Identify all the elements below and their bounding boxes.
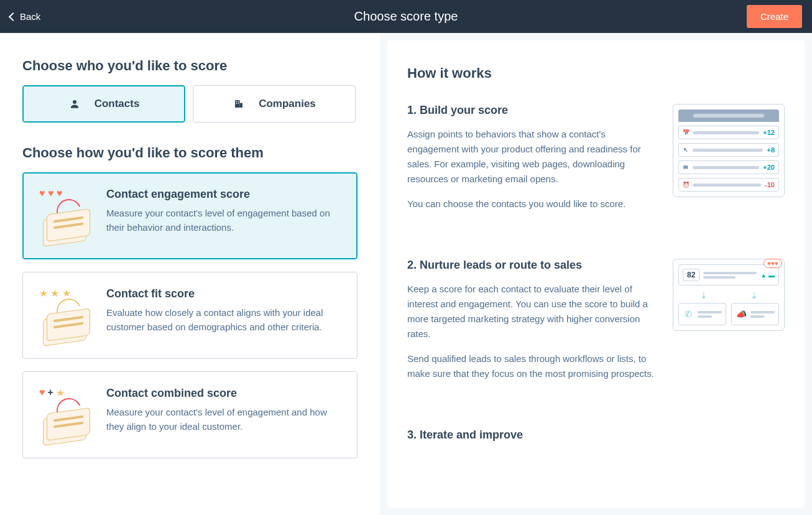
- score-value: -10: [764, 181, 776, 188]
- up-caret-icon: ▲ ▬: [760, 272, 775, 279]
- svg-rect-2: [240, 103, 243, 108]
- calendar-icon: 📅: [681, 128, 690, 137]
- card-illustration-fit: ★ ★ ★: [37, 287, 93, 343]
- chevron-left-icon: [9, 12, 17, 21]
- phone-icon: ✆: [683, 309, 694, 320]
- tab-contacts[interactable]: Contacts: [22, 85, 185, 123]
- how-it-works-heading: How it works: [407, 65, 785, 81]
- mail-icon: ✉: [681, 163, 690, 172]
- cursor-icon: ↖: [681, 146, 690, 154]
- clock-icon: ⏰: [681, 180, 690, 189]
- hearts-icon: ♥ ♥ ♥: [39, 188, 62, 199]
- tab-label: Contacts: [95, 98, 140, 110]
- option-engagement-score[interactable]: ♥ ♥ ♥ Contact engagement score Measure y…: [22, 172, 358, 259]
- step-title: 3. Iterate and improve: [407, 429, 785, 442]
- step-title: 2. Nurture leads or route to sales: [407, 259, 654, 272]
- create-button[interactable]: Create: [747, 5, 802, 28]
- arrow-down-icon: ⇣: [750, 290, 758, 300]
- card-illustration-engagement: ♥ ♥ ♥: [37, 188, 93, 244]
- step-paragraph: Keep a score for each contact to evaluat…: [407, 282, 654, 341]
- how-heading: Choose how you'd like to score them: [22, 145, 358, 161]
- step-nurture-route: 2. Nurture leads or route to sales Keep …: [407, 259, 785, 391]
- stars-icon: ★ ★ ★: [39, 287, 71, 299]
- right-panel: How it works 1. Build your score Assign …: [387, 40, 805, 508]
- option-title: Contact engagement score: [106, 188, 343, 201]
- hearts-badge-icon: ♥♥♥: [764, 259, 782, 268]
- option-fit-score[interactable]: ★ ★ ★ Contact fit score Evaluate how clo…: [22, 272, 358, 359]
- step2-illustration: ♥♥♥ 82 ▲ ▬ ⇣ ⇣ ✆: [673, 259, 785, 391]
- tab-companies[interactable]: Companies: [193, 85, 356, 123]
- step-paragraph: Send qualified leads to sales through wo…: [407, 351, 654, 381]
- step1-illustration: 📅+12 ↖+8 ✉+20 ⏰-10: [673, 104, 785, 221]
- option-title: Contact combined score: [106, 387, 343, 400]
- person-icon: [68, 98, 81, 110]
- back-label: Back: [20, 11, 40, 22]
- svg-rect-6: [238, 103, 239, 104]
- score-badge: 82: [683, 269, 699, 281]
- svg-point-0: [73, 100, 76, 104]
- building-icon: [233, 98, 245, 110]
- option-desc: Evaluate how closely a contact aligns wi…: [106, 305, 343, 335]
- score-value: +8: [765, 146, 776, 154]
- option-desc: Measure your contact's level of engageme…: [106, 206, 343, 235]
- arrow-down-icon: ⇣: [700, 290, 708, 300]
- back-button[interactable]: Back: [10, 11, 40, 22]
- entity-tabs: Contacts Companies: [22, 85, 358, 123]
- who-heading: Choose who you'd like to score: [22, 58, 358, 74]
- step-title: 1. Build your score: [407, 104, 654, 117]
- svg-rect-4: [238, 101, 239, 103]
- page-title: Choose score type: [354, 9, 458, 24]
- step-paragraph: You can choose the contacts you would li…: [407, 197, 654, 211]
- svg-rect-3: [236, 101, 238, 103]
- card-illustration-combined: ♥ + ★: [37, 387, 93, 443]
- step-paragraph: Assign points to behaviors that show a c…: [407, 127, 654, 187]
- megaphone-icon: 📣: [736, 309, 747, 320]
- svg-rect-1: [235, 100, 240, 108]
- right-container: How it works 1. Build your score Assign …: [380, 33, 812, 515]
- step-build-score: 1. Build your score Assign points to beh…: [407, 104, 785, 221]
- score-value: +20: [762, 164, 776, 171]
- mixed-icon: ♥ + ★: [39, 387, 65, 399]
- option-combined-score[interactable]: ♥ + ★ Contact combined score Measure you…: [22, 371, 358, 458]
- option-title: Contact fit score: [106, 287, 343, 300]
- tab-label: Companies: [259, 98, 316, 110]
- left-panel: Choose who you'd like to score Contacts …: [0, 33, 380, 515]
- svg-rect-5: [236, 103, 238, 104]
- page-header: Back Choose score type Create: [0, 0, 812, 33]
- score-value: +12: [762, 129, 776, 136]
- option-desc: Measure your contact's level of engageme…: [106, 405, 343, 434]
- main-content: Choose who you'd like to score Contacts …: [0, 33, 812, 515]
- step-iterate-improve: 3. Iterate and improve: [407, 429, 785, 452]
